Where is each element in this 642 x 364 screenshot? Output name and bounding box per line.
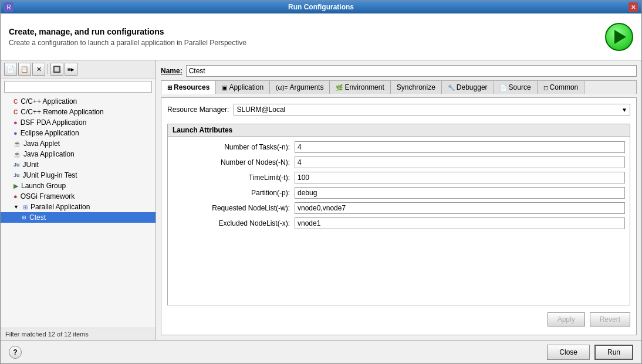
- ctest-item[interactable]: ⊞ Ctest: [1, 212, 156, 223]
- close-window-button[interactable]: ✕: [629, 2, 638, 12]
- attr-row-requested-nodelist: Requested NodeList(-w):: [173, 202, 625, 214]
- run-configurations-window: R Run Configurations ✕ Create, manage, a…: [0, 0, 642, 364]
- application-tab-label: Application: [229, 83, 263, 91]
- filter-button[interactable]: 🔲: [50, 63, 63, 76]
- run-config-button[interactable]: Run: [594, 345, 633, 360]
- excluded-nodelist-input[interactable]: [295, 217, 625, 229]
- close-button[interactable]: Close: [547, 345, 590, 360]
- window-title: Run Configurations: [13, 3, 629, 11]
- expand-arrow-icon: ▼: [13, 204, 19, 210]
- eclipse-app-icon: ●: [13, 130, 18, 137]
- cpp-remote-icon: C: [13, 109, 18, 115]
- header-text: Create, manage, and run configurations C…: [9, 27, 246, 47]
- tab-application[interactable]: ▣ Application: [216, 81, 270, 94]
- debugger-tab-label: Debugger: [457, 83, 488, 91]
- config-tree: C C/C++ Application C C/C++ Remote Appli…: [1, 95, 156, 328]
- tab-arguments[interactable]: (ω)= Arguments: [270, 81, 330, 94]
- list-item[interactable]: C C/C++ Application: [1, 96, 156, 107]
- name-label: Name:: [161, 67, 183, 75]
- list-item[interactable]: ● Eclipse Application: [1, 128, 156, 138]
- apply-button[interactable]: Apply: [548, 312, 585, 326]
- dsf-pda-icon: ●: [13, 119, 18, 126]
- resource-manager-label: Resource Manager:: [167, 106, 229, 114]
- help-button[interactable]: ?: [9, 346, 22, 359]
- sidebar: 📄 📋 ✕ 🔲 ≡▸ C C/C++ Application C C/C++ R…: [1, 60, 156, 340]
- attr-row-partition: Partition(-p):: [173, 187, 625, 199]
- launch-group-icon: ▶: [13, 182, 18, 190]
- tab-environment[interactable]: 🌿 Environment: [330, 81, 390, 94]
- ctest-icon: ⊞: [22, 215, 26, 220]
- run-button[interactable]: [605, 23, 633, 51]
- resource-manager-row: Resource Manager: SLURM@Local ▼: [167, 104, 630, 115]
- eclipse-app-label: Eclipse Application: [21, 129, 79, 137]
- tab-content-resources: Resource Manager: SLURM@Local ▼ Launch A…: [161, 97, 637, 335]
- partition-input[interactable]: [295, 187, 625, 199]
- list-item[interactable]: Ju JUnit: [1, 159, 156, 170]
- footer: ? Close Run: [1, 340, 641, 363]
- osgi-label: OSGi Framework: [21, 192, 75, 200]
- toolbar-separator: [48, 64, 48, 74]
- list-item[interactable]: ☕ Java Application: [1, 149, 156, 159]
- tab-source[interactable]: 📄 Source: [494, 81, 538, 94]
- arguments-tab-icon: (ω)=: [276, 84, 288, 91]
- requested-nodelist-input[interactable]: [295, 202, 625, 214]
- synchronize-tab-label: Synchronize: [397, 83, 435, 91]
- parallel-app-item[interactable]: ▼ ⊞ Parallel Application: [1, 202, 156, 212]
- tabs-bar: ⊞ Resources ▣ Application (ω)= Arguments…: [161, 80, 637, 94]
- launch-group-label: Launch Group: [21, 182, 66, 190]
- junit-plugin-icon: Ju: [13, 172, 20, 178]
- new-config-button[interactable]: 📄: [4, 63, 17, 76]
- tasks-input[interactable]: [295, 141, 625, 153]
- search-box: [4, 81, 152, 93]
- title-bar: R Run Configurations ✕: [1, 1, 641, 13]
- copy-config-button[interactable]: 📋: [18, 63, 31, 76]
- cpp-app-label: C/C++ Application: [21, 97, 77, 106]
- resource-manager-select[interactable]: SLURM@Local ▼: [234, 104, 630, 115]
- tasks-label: Number of Tasks(-n):: [173, 143, 290, 151]
- ctest-label: Ctest: [29, 213, 46, 222]
- tab-resources[interactable]: ⊞ Resources: [161, 81, 216, 94]
- junit-label: JUnit: [23, 161, 39, 169]
- tab-synchronize[interactable]: Synchronize: [391, 81, 442, 94]
- content-area: Name: ⊞ Resources ▣ Application (ω)= Arg…: [156, 60, 641, 340]
- header-title: Create, manage, and run configurations: [9, 27, 246, 36]
- timelimit-input[interactable]: [295, 172, 625, 183]
- list-item[interactable]: ☕ Java Applet: [1, 138, 156, 149]
- java-app-label: Java Application: [23, 150, 75, 158]
- launch-attributes-title: Launch Attributes: [168, 124, 630, 137]
- revert-button[interactable]: Revert: [590, 312, 630, 326]
- list-item[interactable]: ● DSF PDA Application: [1, 117, 156, 128]
- launch-attributes-group: Launch Attributes Number of Tasks(-n): N…: [167, 124, 630, 305]
- run-icon: [614, 30, 626, 44]
- delete-config-button[interactable]: ✕: [32, 63, 45, 76]
- cpp-app-icon: C: [13, 98, 18, 105]
- list-item[interactable]: Ju JUnit Plug-in Test: [1, 170, 156, 181]
- attr-row-nodes: Number of Nodes(-N):: [173, 157, 625, 168]
- collapse-all-button[interactable]: ≡▸: [65, 63, 77, 76]
- parallel-app-icon: ⊞: [23, 204, 28, 210]
- resources-tab-icon: ⊞: [167, 84, 172, 91]
- resources-tab-label: Resources: [174, 83, 210, 91]
- arguments-tab-label: Arguments: [289, 83, 323, 91]
- search-input[interactable]: [4, 81, 152, 93]
- list-item[interactable]: ● OSGi Framework: [1, 191, 156, 202]
- main-area: 📄 📋 ✕ 🔲 ≡▸ C C/C++ Application C C/C++ R…: [1, 60, 641, 340]
- tab-common[interactable]: ◻ Common: [538, 81, 585, 94]
- excluded-nodelist-label: Excluded NodeList(-x):: [173, 219, 290, 227]
- name-input[interactable]: [186, 65, 637, 77]
- cpp-remote-label: C/C++ Remote Application: [21, 108, 103, 116]
- header-subtitle: Create a configuration to launch a paral…: [9, 39, 246, 47]
- junit-plugin-label: JUnit Plug-in Test: [23, 171, 77, 179]
- tab-debugger[interactable]: 🔧 Debugger: [442, 81, 494, 94]
- attributes-table: Number of Tasks(-n): Number of Nodes(-N)…: [168, 137, 630, 234]
- sidebar-status: Filter matched 12 of 12 items: [1, 328, 156, 340]
- nodes-input[interactable]: [295, 157, 625, 168]
- nodes-label: Number of Nodes(-N):: [173, 158, 290, 166]
- resource-manager-value: SLURM@Local: [236, 106, 285, 114]
- sidebar-toolbar: 📄 📋 ✕ 🔲 ≡▸: [1, 60, 156, 79]
- list-item[interactable]: ▶ Launch Group: [1, 181, 156, 191]
- list-item[interactable]: C C/C++ Remote Application: [1, 107, 156, 117]
- timelimit-label: TimeLimit(-t):: [173, 174, 290, 182]
- attr-row-tasks: Number of Tasks(-n):: [173, 141, 625, 153]
- footer-right: Close Run: [547, 345, 633, 360]
